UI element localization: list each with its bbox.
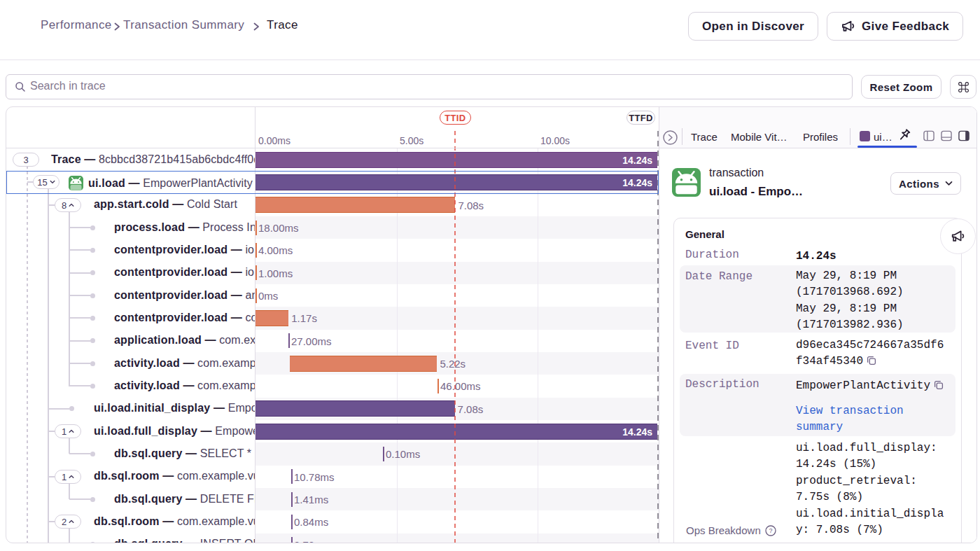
svg-text:?: ?	[769, 527, 772, 534]
